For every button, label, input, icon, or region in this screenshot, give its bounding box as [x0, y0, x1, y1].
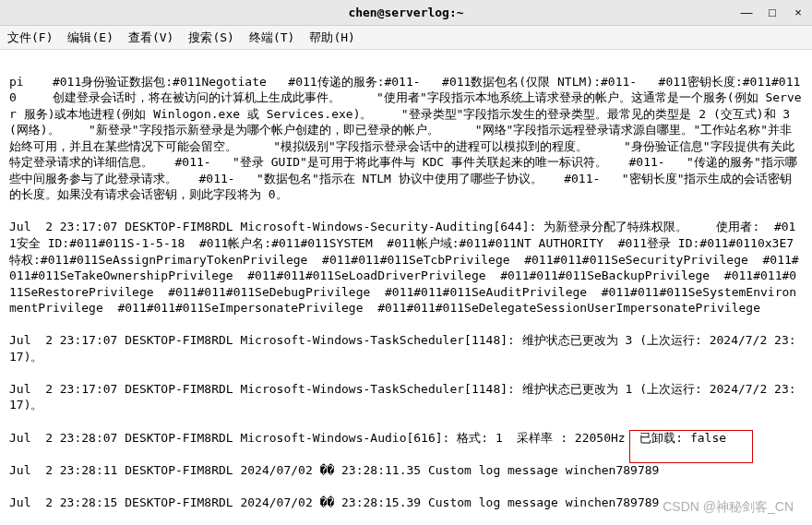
- log-line: Jul 2 23:28:11 DESKTOP-FIM8RDL 2024/07/0…: [9, 462, 803, 479]
- menubar: 文件(F) 编辑(E) 查看(V) 搜索(S) 终端(T) 帮助(H): [0, 26, 812, 50]
- maximize-button[interactable]: □: [764, 4, 781, 20]
- menu-view[interactable]: 查看(V): [128, 30, 173, 46]
- log-line: Jul 2 23:17:07 DESKTOP-FIM8RDL Microsoft…: [9, 332, 803, 364]
- log-line: Jul 2 23:17:07 DESKTOP-FIM8RDL Microsoft…: [9, 381, 803, 413]
- terminal-output[interactable]: pi #011身份验证数据包:#011Negotiate #011传递的服务:#…: [0, 50, 812, 525]
- watermark: CSDN @神秘剑客_CN: [663, 499, 794, 516]
- menu-help[interactable]: 帮助(H): [309, 30, 354, 46]
- menu-search[interactable]: 搜索(S): [188, 30, 233, 46]
- window-title: chen@serverlog:~: [348, 6, 463, 19]
- minimize-button[interactable]: —: [738, 4, 755, 20]
- log-line: pi #011身份验证数据包:#011Negotiate #011传递的服务:#…: [9, 74, 803, 203]
- menu-terminal[interactable]: 终端(T): [249, 30, 294, 46]
- close-button[interactable]: ×: [790, 4, 806, 20]
- log-line: Jul 2 23:17:07 DESKTOP-FIM8RDL Microsoft…: [9, 219, 803, 316]
- titlebar: chen@serverlog:~ — □ ×: [0, 0, 812, 26]
- menu-edit[interactable]: 编辑(E): [67, 30, 113, 46]
- window-controls: — □ ×: [738, 4, 806, 20]
- menu-file[interactable]: 文件(F): [7, 30, 53, 46]
- log-line: Jul 2 23:28:07 DESKTOP-FIM8RDL Microsoft…: [9, 430, 803, 447]
